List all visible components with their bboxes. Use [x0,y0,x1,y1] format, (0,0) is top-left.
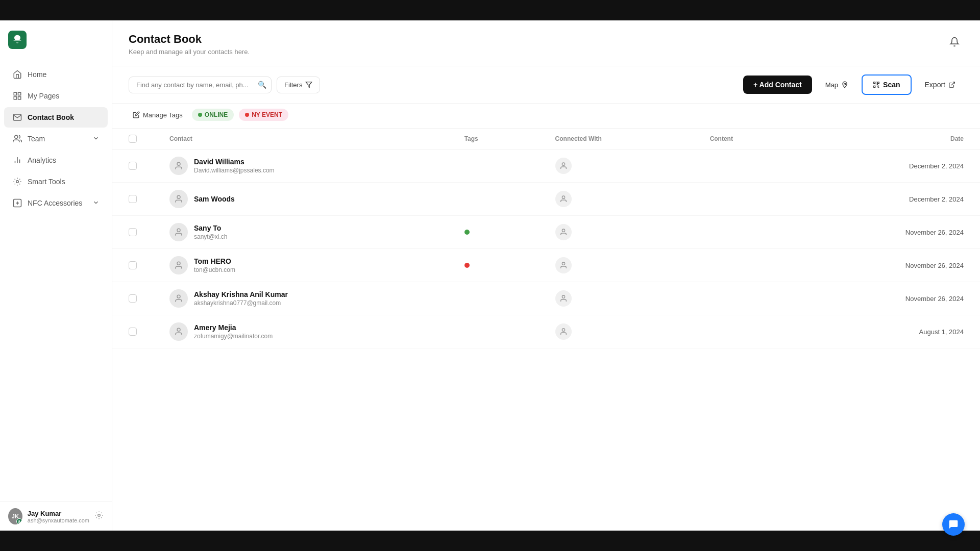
search-wrap: 🔍 [129,77,272,93]
tag-dot-green [464,230,470,235]
date-cell: November 26, 2024 [802,216,980,249]
manage-tags-label: Manage Tags [143,111,183,119]
connected-with-icon[interactable] [555,257,572,273]
row-checkbox-cell [112,216,153,249]
map-label: Map [825,81,838,89]
row-checkbox[interactable] [129,162,137,170]
contact-info: Amery Mejia zofumamigy@mailinator.com [169,322,432,341]
svg-marker-11 [306,82,312,88]
sidebar-item-label: Team [28,135,45,143]
analytics-icon [12,155,22,165]
svg-rect-14 [877,82,879,84]
sidebar-item-contact-book[interactable]: Contact Book [4,107,108,128]
chat-button[interactable] [942,513,965,536]
contact-name: Tom HERO [194,257,235,265]
svg-rect-13 [874,82,875,84]
row-checkbox-cell [112,282,153,315]
contact-cell: Sany To sanyt@xi.ch [153,216,448,249]
header-right [945,33,964,51]
settings-icon[interactable] [94,511,104,522]
contacts-table-wrap: Contact Tags Connected With Content Date… [112,129,980,531]
row-checkbox-cell [112,315,153,348]
connected-with-cell [539,183,694,216]
select-all-checkbox[interactable] [129,135,137,143]
date-cell: November 26, 2024 [802,249,980,282]
scan-button[interactable]: Scan [862,74,911,95]
sidebar-item-home[interactable]: Home [4,64,108,85]
tag-dot-red [464,263,470,268]
svg-point-10 [98,514,101,517]
sidebar-logo [0,20,112,59]
connected-with-icon[interactable] [555,224,572,240]
content-cell [694,249,802,282]
svg-point-12 [844,83,846,85]
tags-cell [448,249,539,282]
contact-avatar [169,256,188,274]
connected-with-cell [539,149,694,183]
row-checkbox[interactable] [129,294,137,303]
svg-rect-1 [18,92,21,95]
sidebar-item-smart-tools[interactable]: Smart Tools [4,171,108,192]
select-all-header [112,129,153,149]
date-cell: December 2, 2024 [802,149,980,183]
manage-tags-button[interactable]: Manage Tags [129,109,187,121]
connected-with-column-header: Connected With [539,129,694,149]
export-label: Export [925,81,945,89]
tools-icon [12,177,22,187]
connected-with-icon[interactable] [555,290,572,307]
table-row: Tom HERO ton@ucbn.com November 26, 2024 [112,249,980,282]
toolbar: 🔍 Filters + Add Contact Map Scan [112,66,980,104]
scan-label: Scan [883,81,900,89]
tag-nyevent[interactable]: NY EVENT [239,109,288,121]
map-button[interactable]: Map [817,77,856,93]
search-input[interactable] [129,77,272,93]
app-logo[interactable] [8,31,27,49]
page-subtitle: Keep and manage all your contacts here. [129,48,250,56]
svg-point-4 [15,135,18,138]
sidebar-item-my-pages[interactable]: My Pages [4,86,108,106]
svg-point-18 [562,163,565,165]
contact-name: Sam Woods [194,195,235,203]
row-checkbox[interactable] [129,228,137,236]
user-email: ash@synxautomate.com [28,517,89,523]
top-bar [0,0,980,20]
contact-info: Sany To sanyt@xi.ch [169,223,432,241]
sidebar-item-label: Contact Book [28,113,74,121]
connected-with-icon[interactable] [555,323,572,340]
home-icon [12,69,22,80]
connected-with-icon[interactable] [555,158,572,174]
contact-name: Amery Mejia [194,323,273,332]
tag-online[interactable]: ONLINE [192,109,234,121]
pages-icon [12,91,22,101]
svg-point-23 [177,262,180,265]
avatar: JK 8 [8,508,22,524]
tag-dot-nyevent [245,113,249,117]
svg-point-26 [562,295,565,298]
add-contact-button[interactable]: + Add Contact [743,76,812,94]
connected-with-cell [539,249,694,282]
sidebar-item-label: Home [28,70,46,79]
contact-email: akshaykrishna0777@gmail.com [194,299,288,307]
row-checkbox[interactable] [129,261,137,269]
row-checkbox[interactable] [129,328,137,336]
connected-with-icon[interactable] [555,191,572,207]
page-title: Contact Book [129,33,250,46]
contact-name: David Williams [194,158,275,166]
tags-column-header: Tags [448,129,539,149]
filters-button[interactable]: Filters [277,77,320,93]
export-button[interactable]: Export [917,76,964,94]
content-column-header: Content [694,129,802,149]
nfc-icon [12,198,22,208]
svg-point-28 [562,329,565,331]
notification-button[interactable] [945,33,964,51]
contact-email: zofumamigy@mailinator.com [194,333,273,340]
sidebar-item-nfc-accessories[interactable]: NFC Accessories [4,193,108,213]
sidebar-item-label: Smart Tools [28,178,65,186]
contact-info: David Williams David.williams@jpssales.c… [169,157,432,175]
contact-cell: Amery Mejia zofumamigy@mailinator.com [153,315,448,348]
bottom-bar [0,531,980,551]
sidebar-item-team[interactable]: Team [4,129,108,149]
contact-name: Akshay Krishna Anil Kumar [194,290,288,298]
row-checkbox[interactable] [129,195,137,203]
sidebar-item-analytics[interactable]: Analytics [4,150,108,170]
